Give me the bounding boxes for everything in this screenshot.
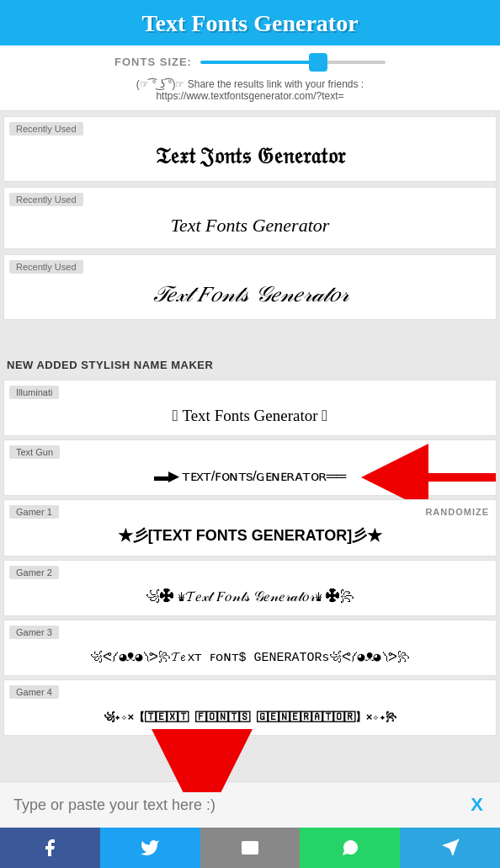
- recently-used-tag-2: Recently Used: [9, 193, 83, 206]
- style-card-textgun[interactable]: Text Gun ▬▶ ᴛᴇxᴛ/ꜰᴏɴᴛs/ɢᴇɴᴇʀᴀᴛᴏʀ══: [3, 439, 497, 496]
- font-size-slider[interactable]: [200, 61, 386, 64]
- app-header: Text Fonts Generator: [0, 0, 500, 45]
- style-content-gamer2: ꧁✤ ♛𝓣𝑒𝓍𝓉 𝐹𝑜𝓃𝓉𝓈 𝒢𝑒𝓃𝑒𝓇𝒶𝓉𝑜𝓇♛ ✤꧂: [4, 579, 496, 615]
- whatsapp-button[interactable]: [300, 828, 400, 868]
- style-text-gamer3: ꧁ᕙ༼◕ᴥ◕༽ᕗ꧂𝓣ℯxᴛ ꜰᴏɴᴛ$ GENERATORꜱ꧁ᕙ༼◕ᴥ◕༽ᕗ꧂: [90, 651, 409, 665]
- style-text-gamer4: ꧁✦✧×【🅃🄴🅇🅃 🄵🄾🄽🅃🅂 🄶🄴🄽🄴🅁🄰🅃🄾🅁】×✧✦꧂: [104, 711, 397, 724]
- textgun-arrow: [386, 456, 500, 498]
- style-card-gamer1[interactable]: Gamer 1 RANDOMIZE ★彡[TEXT FONTS GENERATO…: [3, 499, 497, 556]
- style-tag-textgun: Text Gun: [9, 445, 60, 459]
- facebook-icon: [40, 838, 60, 858]
- style-tag-gamer3: Gamer 3: [9, 626, 59, 639]
- share-link[interactable]: https://www.textfontsgenerator.com/?text…: [156, 90, 343, 102]
- style-tag-gamer4: Gamer 4: [9, 685, 59, 699]
- bottom-input-area: X: [0, 781, 500, 828]
- style-tag-gamer1: Gamer 1: [9, 505, 59, 519]
- style-card-illuminati[interactable]: Illuminati 𓂀 Text Fonts Generator 𓂀: [3, 380, 497, 436]
- recently-used-card-1[interactable]: Recently Used 𝔗𝔢𝔵𝔱 𝔍𝔬𝔫𝔱𝔰 𝔊𝔢𝔫𝔢𝔯𝔞𝔱𝔬𝔯: [3, 116, 497, 182]
- recently-used-text-3: 𝒯𝑒𝓍𝓉 𝐹𝑜𝓃𝓉𝓈 𝒢𝑒𝓃𝑒𝓇𝒶𝓉𝑜𝓇: [152, 282, 348, 306]
- telegram-icon: [440, 838, 460, 858]
- style-text-illuminati: 𓂀 Text Fonts Generator 𓂀: [173, 407, 328, 424]
- app-title: Text Fonts Generator: [141, 10, 358, 36]
- style-card-gamer3[interactable]: Gamer 3 ꧁ᕙ༼◕ᴥ◕༽ᕗ꧂𝓣ℯxᴛ ꜰᴏɴᴛ$ GENERATORꜱ꧁ᕙ…: [3, 620, 497, 676]
- clear-button[interactable]: X: [467, 794, 487, 816]
- recently-used-text-2: Text Fonts Generator: [171, 215, 330, 236]
- style-content-gamer3: ꧁ᕙ༼◕ᴥ◕༽ᕗ꧂𝓣ℯxᴛ ꜰᴏɴᴛ$ GENERATORꜱ꧁ᕙ༼◕ᴥ◕༽ᕗ꧂: [4, 639, 496, 675]
- section-spacer: [0, 325, 500, 338]
- telegram-button[interactable]: [400, 828, 500, 868]
- recently-used-text-1: 𝔗𝔢𝔵𝔱 𝔍𝔬𝔫𝔱𝔰 𝔊𝔢𝔫𝔢𝔯𝔞𝔱𝔬𝔯: [156, 144, 345, 168]
- style-content-gamer4: ꧁✦✧×【🅃🄴🅇🅃 🄵🄾🄽🅃🅂 🄶🄴🄽🄴🅁🄰🅃🄾🅁】×✧✦꧂: [4, 699, 496, 735]
- style-content-textgun: ▬▶ ᴛᴇxᴛ/ꜰᴏɴᴛs/ɢᴇɴᴇʀᴀᴛᴏʀ══: [4, 459, 496, 495]
- svg-marker-5: [442, 839, 459, 856]
- style-text-gamer1: ★彡[TEXT FONTS GENERATOR]彡★: [118, 527, 382, 544]
- recently-used-tag-3: Recently Used: [9, 260, 83, 274]
- font-size-row: FONTS SIZE:: [0, 45, 500, 75]
- section-spacer-2: [0, 338, 500, 352]
- facebook-button[interactable]: [0, 828, 100, 868]
- twitter-button[interactable]: [100, 828, 200, 868]
- new-added-header: NEW ADDED STYLISH NAME MAKER: [0, 352, 500, 376]
- share-row: (☞ ͡° ͜ʖ ͡°)☞ Share the results link wit…: [0, 75, 500, 111]
- new-added-label: NEW ADDED STYLISH NAME MAKER: [7, 359, 213, 371]
- social-bar: [0, 828, 500, 868]
- style-card-gamer2[interactable]: Gamer 2 ꧁✤ ♛𝓣𝑒𝓍𝓉 𝐹𝑜𝓃𝓉𝓈 𝒢𝑒𝓃𝑒𝓇𝒶𝓉𝑜𝓇♛ ✤꧂: [3, 560, 497, 616]
- randomize-button[interactable]: RANDOMIZE: [425, 507, 489, 517]
- recently-used-card-3[interactable]: Recently Used 𝒯𝑒𝓍𝓉 𝐹𝑜𝓃𝓉𝓈 𝒢𝑒𝓃𝑒𝓇𝒶𝓉𝑜𝓇: [3, 254, 497, 320]
- recently-used-card-2[interactable]: Recently Used Text Fonts Generator: [3, 187, 497, 249]
- font-size-label: FONTS SIZE:: [114, 56, 192, 68]
- recently-used-tag-1: Recently Used: [9, 122, 83, 136]
- style-text-textgun: ▬▶ ᴛᴇxᴛ/ꜰᴏɴᴛs/ɢᴇɴᴇʀᴀᴛᴏʀ══: [154, 468, 346, 484]
- style-tag-gamer2: Gamer 2: [9, 566, 59, 579]
- email-icon: [240, 838, 260, 858]
- twitter-icon: [140, 838, 160, 858]
- text-input[interactable]: [13, 796, 467, 814]
- share-text: Share the results link with your friends…: [188, 78, 364, 90]
- style-tag-illuminati: Illuminati: [9, 386, 59, 399]
- whatsapp-icon: [340, 838, 360, 858]
- email-button[interactable]: [200, 828, 301, 868]
- recently-used-content-3: 𝒯𝑒𝓍𝓉 𝐹𝑜𝓃𝓉𝓈 𝒢𝑒𝓃𝑒𝓇𝒶𝓉𝑜𝓇: [4, 274, 496, 319]
- recently-used-content-2: Text Fonts Generator: [4, 206, 496, 248]
- style-content-illuminati: 𓂀 Text Fonts Generator 𓂀: [4, 399, 496, 435]
- style-card-gamer4[interactable]: Gamer 4 ꧁✦✧×【🅃🄴🅇🅃 🄵🄾🄽🅃🅂 🄶🄴🄽🄴🅁🄰🅃🄾🅁】×✧✦꧂: [3, 679, 497, 736]
- style-content-gamer1: ★彡[TEXT FONTS GENERATOR]彡★: [4, 519, 496, 556]
- style-text-gamer2: ꧁✤ ♛𝓣𝑒𝓍𝓉 𝐹𝑜𝓃𝓉𝓈 𝒢𝑒𝓃𝑒𝓇𝒶𝓉𝑜𝓇♛ ✤꧂: [146, 588, 354, 604]
- recently-used-content-1: 𝔗𝔢𝔵𝔱 𝔍𝔬𝔫𝔱𝔰 𝔊𝔢𝔫𝔢𝔯𝔞𝔱𝔬𝔯: [4, 136, 496, 181]
- share-emoji: (☞ ͡° ͜ʖ ͡°)☞: [136, 78, 185, 90]
